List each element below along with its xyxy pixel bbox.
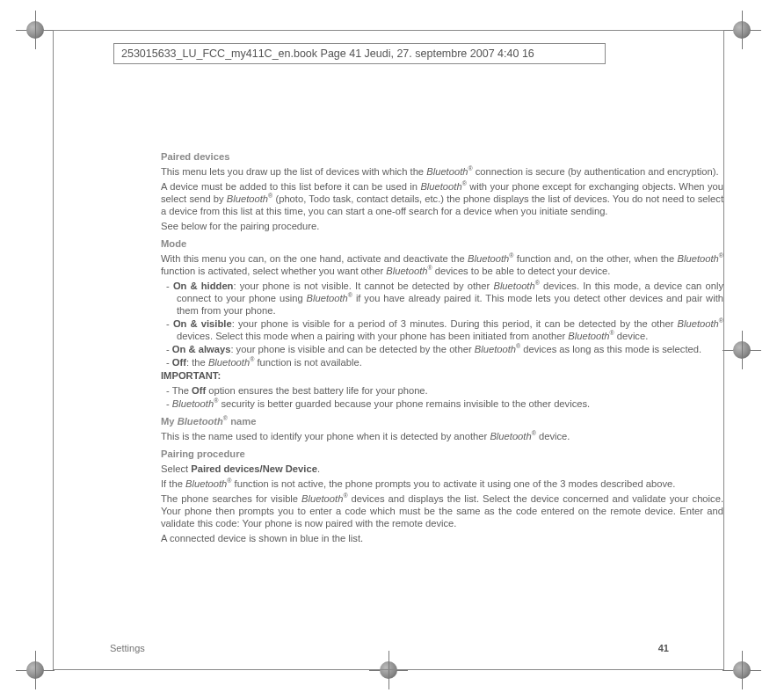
crop-mark xyxy=(16,11,54,49)
paragraph: Select Paired devices/New Device. xyxy=(161,463,723,475)
mode-list: On & hidden: your phone is not visible. … xyxy=(161,280,723,368)
heading-mode: Mode xyxy=(161,237,723,250)
list-item: On & always: your phone is visible and c… xyxy=(161,343,723,355)
paragraph: A connected device is shown in blue in t… xyxy=(161,532,723,544)
heading-paired-devices: Paired devices xyxy=(161,150,723,163)
paragraph: This menu lets you draw up the list of d… xyxy=(161,165,723,178)
important-label: IMPORTANT: xyxy=(161,369,723,382)
paragraph: This is the name used to identify your p… xyxy=(161,430,723,442)
list-item: Off: the Bluetooth® function is not avai… xyxy=(161,356,723,368)
paragraph: The phone searches for visible Bluetooth… xyxy=(161,492,723,529)
page-frame: 253015633_LU_FCC_my411C_en.book Page 41 … xyxy=(53,30,724,670)
header-box: 253015633_LU_FCC_my411C_en.book Page 41 … xyxy=(113,43,606,64)
list-item: On & hidden: your phone is not visible. … xyxy=(161,280,723,317)
paragraph: A device must be added to this list befo… xyxy=(161,180,723,217)
heading-pairing: Pairing procedure xyxy=(161,448,723,460)
list-item: On & visible: your phone is visible for … xyxy=(161,317,723,342)
crop-mark xyxy=(723,331,761,369)
list-item: The Off option ensures the best battery … xyxy=(161,384,723,397)
page-number: 41 xyxy=(658,643,669,653)
page-content: Paired devices This menu lets you draw u… xyxy=(161,145,723,547)
list-item: Bluetooth® security is better guarded be… xyxy=(161,397,723,410)
important-list: The Off option ensures the best battery … xyxy=(161,384,723,410)
crop-mark xyxy=(16,651,54,689)
page-footer: Settings 41 xyxy=(110,643,669,653)
crop-mark xyxy=(723,651,761,689)
paragraph: If the Bluetooth® function is not active… xyxy=(161,478,723,490)
paragraph: With this menu you can, on the one hand,… xyxy=(161,252,723,277)
paragraph: See below for the pairing procedure. xyxy=(161,220,723,232)
header-text: 253015633_LU_FCC_my411C_en.book Page 41 … xyxy=(121,47,534,60)
crop-mark xyxy=(723,11,761,49)
footer-section: Settings xyxy=(110,643,145,653)
heading-my-name: My Bluetooth® name xyxy=(161,415,723,427)
